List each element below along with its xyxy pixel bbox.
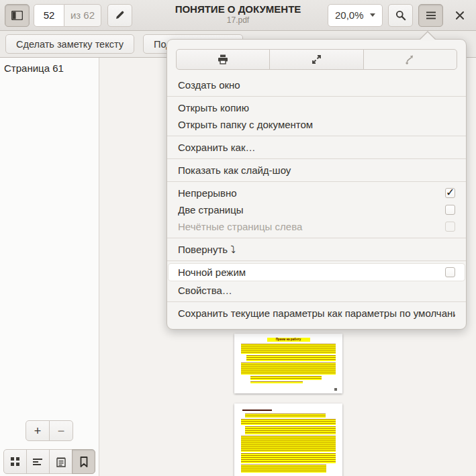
bookmark-actions: + −: [0, 420, 99, 441]
menu-separator: [167, 181, 466, 182]
document-title: ПОНЯТИЕ О ДОКУМЕНТЕ: [175, 3, 301, 15]
menu-item-open-folder[interactable]: Открыть папку с документом: [167, 116, 466, 133]
send-to-button: [363, 49, 457, 70]
menu-item-night-mode[interactable]: Ночной режим: [169, 264, 465, 281]
magnifier-icon: [395, 10, 406, 21]
bookmark-list-item[interactable]: Страница 61: [0, 58, 99, 79]
remove-bookmark-button[interactable]: −: [49, 420, 73, 441]
menu-separator: [167, 158, 466, 159]
add-text-annotation-label: Сделать заметку тексту: [16, 39, 124, 50]
hamburger-icon: [426, 11, 436, 19]
menu-item-dual-pages[interactable]: Две страницы: [167, 201, 466, 218]
page-thumbnail-1[interactable]: Прием на работу: [234, 334, 342, 393]
annotate-pencil-button[interactable]: [107, 4, 132, 27]
highlighted-text-block: [250, 381, 303, 383]
menu-separator: [167, 238, 466, 238]
menu-item-new-window[interactable]: Создать окно: [167, 77, 466, 93]
menu-item-continuous[interactable]: Непрерывно: [167, 185, 466, 201]
page-thumbnail-2[interactable]: [234, 403, 342, 476]
document-filename: 17.pdf: [175, 15, 301, 25]
headerbar: ПОНЯТИЕ О ДОКУМЕНТЕ 17.pdf 20,0%: [0, 0, 476, 31]
menu-action-bar: [176, 49, 457, 70]
tab-bookmarks[interactable]: [72, 449, 95, 474]
pencil-icon: [115, 10, 125, 20]
highlighted-text-block: [245, 414, 326, 418]
page2-heading-line: [242, 410, 272, 411]
close-icon: [456, 11, 464, 19]
add-bookmark-button[interactable]: +: [26, 420, 50, 441]
menu-item-rotate[interactable]: Повернуть ⤵: [167, 241, 466, 258]
send-to-icon: [405, 54, 415, 65]
printer-icon: [218, 54, 228, 64]
chevron-down-icon: [370, 13, 375, 19]
page1-heading: Прием на работу: [267, 338, 310, 342]
tab-annotations[interactable]: [49, 449, 73, 474]
menu-separator: [167, 260, 466, 261]
tab-outline[interactable]: [26, 449, 50, 474]
highlighted-text-block: [246, 355, 336, 361]
checkbox-dual-pages[interactable]: [445, 205, 455, 215]
page1-number: [334, 388, 337, 391]
tab-thumbnails[interactable]: [3, 449, 27, 474]
menu-item-save-as[interactable]: Сохранить как…: [167, 139, 466, 156]
highlighted-text-block: [241, 363, 336, 375]
list-icon: [33, 458, 43, 465]
zoom-level-value: 20,0%: [335, 9, 364, 21]
highlighted-text-block: [241, 419, 336, 425]
menu-item-save-defaults[interactable]: Сохранить текущие параметры как параметр…: [167, 305, 466, 322]
page-number-entry: [34, 4, 101, 27]
highlighted-text-block: [241, 465, 326, 473]
checkbox-continuous[interactable]: [445, 188, 455, 198]
print-button[interactable]: [176, 49, 270, 70]
menu-separator: [167, 96, 466, 97]
zoom-level-dropdown[interactable]: 20,0%: [328, 4, 383, 27]
sidebar-panel-icon: [11, 11, 23, 20]
search-button[interactable]: [388, 4, 413, 27]
sidebar-toggle-button[interactable]: [5, 4, 30, 27]
highlighted-text-block: [250, 376, 322, 380]
highlighted-text-block: [241, 436, 336, 452]
checkbox-night-mode[interactable]: [445, 267, 455, 277]
menu-item-odd-pages-left: Нечётные страницы слева: [167, 218, 466, 235]
note-icon: [56, 457, 66, 467]
main-menu-popover: Создать окно Открыть копию Открыть папку…: [166, 39, 467, 330]
bookmark-icon: [80, 457, 88, 467]
menu-item-slideshow[interactable]: Показать как слайд-шоу: [167, 162, 466, 179]
menu-button[interactable]: [418, 4, 443, 27]
checkbox-odd-pages-left: [445, 222, 455, 232]
header-right-group: 20,0%: [328, 4, 471, 27]
menu-separator: [167, 301, 466, 302]
add-text-annotation-button[interactable]: Сделать заметку тексту: [5, 34, 134, 54]
menu-item-properties[interactable]: Свойства…: [167, 282, 466, 299]
expand-arrows-icon: [312, 54, 322, 64]
menu-item-open-copy[interactable]: Открыть копию: [167, 99, 466, 116]
sidebar-tab-bar: [3, 449, 95, 474]
close-button[interactable]: [448, 4, 471, 27]
grid-icon: [11, 457, 19, 466]
page-current-input[interactable]: [34, 4, 64, 27]
highlighted-text-block: [241, 453, 336, 463]
menu-separator: [167, 136, 466, 136]
highlighted-text-block: [245, 426, 336, 434]
popover-arrow-fill: [420, 32, 436, 40]
fullscreen-button[interactable]: [269, 49, 363, 70]
window-title-block: ПОНЯТИЕ О ДОКУМЕНТЕ 17.pdf: [175, 3, 301, 25]
highlighted-text-block: [241, 344, 336, 354]
page-total-field[interactable]: [64, 4, 101, 27]
bookmarks-sidebar: Страница 61 + −: [0, 58, 99, 476]
